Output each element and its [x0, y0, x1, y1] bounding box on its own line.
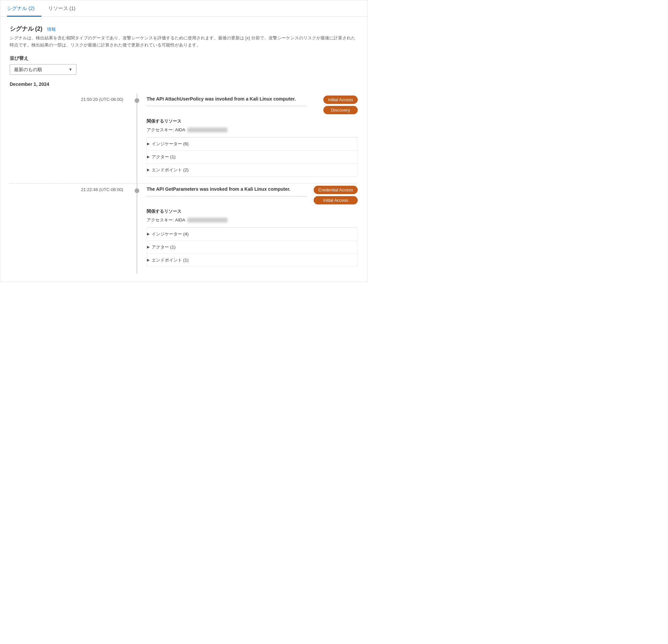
related-resources-label-1: 関係するリソース — [147, 118, 358, 124]
tab-signals[interactable]: シグナル (2) — [7, 1, 42, 17]
signal-time-2: 21:22:48 (UTC-08:00) — [10, 184, 133, 273]
tag-credential-access: Credential Access — [314, 186, 358, 194]
sort-select[interactable]: 最新のもの順 古いもの順 — [10, 64, 76, 75]
access-key-2: アクセスキー: AIDA — [147, 217, 358, 223]
sort-select-wrapper: 最新のもの順 古いもの順 ▼ — [10, 64, 76, 75]
expandable-rows-1: ▶ インジケーター (6) ▶ アクター (1) ▶ エンドポイント (2) — [147, 137, 358, 177]
tabs-bar: シグナル (2) リソース (1) — [0, 0, 367, 17]
tag-initial-access-1: Initial Access — [323, 95, 358, 104]
main-content: シグナル (2) 情報 シグナルは、検出結果を含む相関タイプのデータであり、攻撃… — [0, 17, 367, 282]
sort-section: 並び替え 最新のもの順 古いもの順 ▼ — [10, 56, 358, 75]
signal-tags-1: Initial Access Discovery — [323, 95, 358, 114]
timeline-item-2: 21:22:48 (UTC-08:00) The API GetParamete… — [10, 184, 358, 273]
signal-tags-2: Credential Access Initial Access — [314, 186, 358, 205]
signal-title-2: The API GetParameters was invoked from a… — [147, 186, 307, 196]
timeline-dot-2 — [135, 189, 139, 193]
chevron-right-icon: ▶ — [147, 168, 150, 172]
tab-resources[interactable]: リソース (1) — [48, 1, 82, 17]
signal-header-2: The API GetParameters was invoked from a… — [147, 186, 358, 205]
signal-time-1: 21:50:20 (UTC-08:00) — [10, 93, 133, 184]
expandable-endpoints-2[interactable]: ▶ エンドポイント (1) — [147, 254, 358, 267]
chevron-right-icon: ▶ — [147, 141, 150, 146]
expandable-rows-2: ▶ インジケーター (4) ▶ アクター (1) ▶ エンドポイント (1) — [147, 227, 358, 267]
signal-header-1: The API AttachUserPolicy was invoked fro… — [147, 95, 358, 114]
signal-content-2: The API GetParameters was invoked from a… — [133, 184, 358, 273]
timeline: 21:50:20 (UTC-08:00) The API AttachUserP… — [10, 93, 358, 273]
date-header: December 1, 2024 — [10, 81, 358, 87]
signal-content-1: The API AttachUserPolicy was invoked fro… — [133, 93, 358, 184]
timeline-dot-1 — [135, 98, 139, 103]
timeline-item: 21:50:20 (UTC-08:00) The API AttachUserP… — [10, 93, 358, 184]
expandable-indicators-1[interactable]: ▶ インジケーター (6) — [147, 137, 358, 150]
section-title: シグナル — [10, 25, 34, 32]
chevron-right-icon: ▶ — [147, 155, 150, 159]
expandable-indicators-2[interactable]: ▶ インジケーター (4) — [147, 227, 358, 240]
chevron-right-icon: ▶ — [147, 245, 150, 249]
sort-label: 並び替え — [10, 56, 358, 61]
blurred-key-1 — [187, 128, 227, 132]
expandable-actors-2[interactable]: ▶ アクター (1) — [147, 240, 358, 254]
signal-title-1: The API AttachUserPolicy was invoked fro… — [147, 95, 307, 106]
access-key-1: アクセスキー: AIDA — [147, 127, 358, 133]
section-count: (2) — [35, 25, 42, 32]
blurred-key-2 — [187, 218, 227, 223]
chevron-right-icon: ▶ — [147, 232, 150, 236]
related-resources-label-2: 関係するリソース — [147, 208, 358, 214]
tag-discovery-1: Discovery — [323, 106, 358, 114]
page-container: シグナル (2) リソース (1) シグナル (2) 情報 シグナルは、検出結果… — [0, 0, 367, 282]
info-link[interactable]: 情報 — [47, 27, 56, 32]
chevron-right-icon: ▶ — [147, 258, 150, 262]
expandable-actors-1[interactable]: ▶ アクター (1) — [147, 150, 358, 163]
section-header: シグナル (2) 情報 シグナルは、検出結果を含む相関タイプのデータであり、攻撃… — [10, 25, 358, 49]
expandable-endpoints-1[interactable]: ▶ エンドポイント (2) — [147, 163, 358, 176]
tag-initial-access-2: Initial Access — [314, 196, 358, 205]
section-description: シグナルは、検出結果を含む相関タイプのデータであり、攻撃シーケンスを評価するため… — [10, 35, 358, 49]
